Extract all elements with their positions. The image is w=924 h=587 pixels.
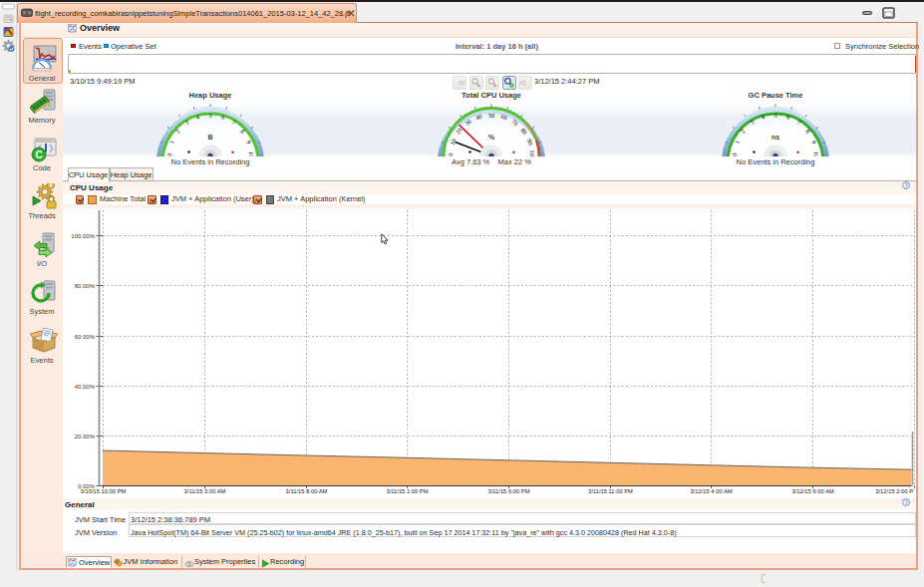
- svg-text:3/12/15 9:00 AM: 3/12/15 9:00 AM: [791, 488, 833, 494]
- svg-text:5: 5: [773, 112, 776, 119]
- svg-text:0: 0: [165, 152, 172, 155]
- svg-text:0: 0: [731, 152, 738, 155]
- svg-text:3/11/15 3:00 AM: 3/11/15 3:00 AM: [184, 488, 226, 494]
- svg-text:100: 100: [529, 149, 536, 156]
- svg-text:ns: ns: [771, 134, 779, 141]
- svg-text:80.00%: 80.00%: [75, 283, 96, 289]
- svg-text:3/10/15 10:00 PM: 3/10/15 10:00 PM: [81, 488, 127, 494]
- svg-text:100.00%: 100.00%: [71, 233, 95, 239]
- svg-text:40.00%: 40.00%: [75, 384, 96, 390]
- svg-text:3/12/15 4:00 AM: 3/12/15 4:00 AM: [690, 488, 732, 494]
- svg-text:3/11/15 8:00 AM: 3/11/15 8:00 AM: [286, 488, 328, 494]
- svg-text:50: 50: [488, 112, 494, 119]
- svg-text:%: %: [488, 134, 495, 141]
- svg-text:3/12/15 2:00 P: 3/12/15 2:00 P: [875, 488, 913, 494]
- svg-text:B: B: [207, 134, 212, 141]
- svg-text:20.00%: 20.00%: [75, 434, 96, 440]
- svg-text:C: C: [35, 149, 42, 160]
- svg-text:10: 10: [248, 151, 255, 156]
- svg-text:0: 0: [447, 152, 454, 155]
- svg-text:3/11/15 6:00 PM: 3/11/15 6:00 PM: [487, 488, 529, 494]
- svg-text:5: 5: [208, 112, 211, 119]
- svg-text:60.00%: 60.00%: [75, 334, 96, 340]
- svg-text:3/11/15 11:00 PM: 3/11/15 11:00 PM: [588, 488, 633, 494]
- svg-text:3/11/15 1:00 PM: 3/11/15 1:00 PM: [386, 488, 428, 494]
- svg-text:10: 10: [813, 151, 820, 156]
